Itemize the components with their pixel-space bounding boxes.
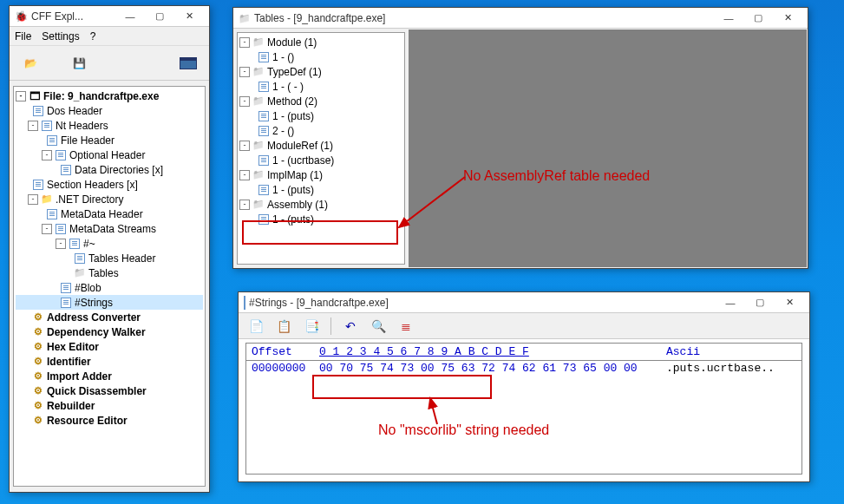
- tree-tables[interactable]: Tables: [16, 265, 203, 280]
- tree-ident[interactable]: Identifier: [16, 354, 203, 369]
- menu-settings[interactable]: Settings: [42, 30, 79, 43]
- undo-icon[interactable]: ↶: [342, 317, 359, 335]
- tree-module[interactable]: -Module (1): [239, 35, 402, 49]
- tree-fileh[interactable]: File Header: [16, 133, 203, 147]
- tree-strings[interactable]: #Strings: [16, 295, 203, 310]
- hex-row-bytes: 00 70 75 74 73 00 75 63 72 74 62 61 73 6…: [319, 362, 666, 375]
- cff-menubar: File Settings ?: [10, 27, 209, 46]
- open-icon[interactable]: 📂: [20, 53, 41, 74]
- tree-typedef[interactable]: -TypeDef (1): [239, 64, 402, 79]
- tree-moduleref[interactable]: -ModuleRef (1): [239, 138, 402, 153]
- tree-dep[interactable]: Dependency Walker: [16, 324, 203, 339]
- strings-titlebar[interactable]: #Strings - [9_handcraftpe.exe] — ▢ ✕: [239, 292, 809, 313]
- maximize-button[interactable]: ▢: [745, 294, 775, 311]
- redbox-tables: [242, 220, 398, 245]
- svg-line-1: [430, 398, 437, 424]
- close-button[interactable]: ✕: [775, 294, 804, 311]
- hex-cols: 0 1 2 3 4 5 6 7 8 9 A B C D E F: [319, 345, 666, 358]
- tree-method2[interactable]: 2 - (): [239, 123, 402, 138]
- hex-ascii-label: Ascii: [666, 345, 788, 358]
- maximize-button[interactable]: ▢: [743, 10, 773, 27]
- cff-toolbar: 📂 💾: [10, 46, 209, 81]
- window-icon[interactable]: [178, 53, 199, 74]
- tree-quick[interactable]: Quick Disassembler: [16, 383, 203, 398]
- tree-assembly[interactable]: -Assembly (1): [239, 197, 402, 212]
- redbox-strings: [312, 375, 492, 399]
- annotation-no-mscorlib: No "mscorlib" string needed: [378, 422, 549, 438]
- tree-method[interactable]: -Method (2): [239, 94, 402, 108]
- paste-icon[interactable]: 📋: [275, 317, 292, 335]
- annotation-no-assemblyref: No AssemblyRef table needed: [463, 168, 650, 184]
- hex-row-offset: 00000000: [252, 362, 319, 375]
- strings-toolbar: 📄 📋 📑 ↶ 🔍 ≣: [239, 313, 809, 339]
- tree-hex[interactable]: Hex Editor: [16, 339, 203, 354]
- tree-module1[interactable]: 1 - (): [239, 49, 402, 64]
- cff-window: 🐞 CFF Expl... — ▢ ✕ File Settings ? 📂 💾 …: [9, 5, 210, 493]
- tree-blob[interactable]: #Blob: [16, 280, 203, 295]
- tree-metah[interactable]: MetaData Header: [16, 206, 203, 221]
- cff-title: CFF Expl...: [31, 10, 83, 23]
- copy-icon[interactable]: 📄: [247, 317, 265, 335]
- tree-opt[interactable]: -Optional Header: [16, 147, 203, 162]
- tree-sect[interactable]: Section Headers [x]: [16, 177, 203, 192]
- tree-nt[interactable]: -Nt Headers: [16, 118, 203, 133]
- tables-titlebar[interactable]: Tables - [9_handcraftpe.exe] — ▢ ✕: [233, 8, 808, 29]
- save-icon[interactable]: 💾: [69, 53, 89, 74]
- tree-implmap1[interactable]: 1 - (puts): [239, 182, 402, 197]
- strings-title: #Strings - [9_handcraftpe.exe]: [249, 297, 389, 309]
- tree-reb[interactable]: Rebuilder: [16, 398, 203, 413]
- tree-metas[interactable]: -MetaData Streams: [16, 221, 203, 236]
- tree-dos[interactable]: Dos Header: [16, 103, 203, 118]
- hex-row-ascii: .puts.ucrtbase..: [666, 362, 788, 375]
- close-button[interactable]: ✕: [773, 10, 802, 27]
- svg-line-0: [399, 177, 465, 227]
- cff-titlebar[interactable]: 🐞 CFF Expl... — ▢ ✕: [10, 6, 209, 27]
- menu-help[interactable]: ?: [90, 30, 96, 43]
- tree-typedef1[interactable]: 1 - ( - ): [239, 79, 402, 94]
- hex-view[interactable]: Offset 0 1 2 3 4 5 6 7 8 9 A B C D E F A…: [245, 343, 802, 475]
- search-icon[interactable]: 🔍: [370, 317, 387, 335]
- tree-netdir[interactable]: -.NET Directory: [16, 192, 203, 206]
- tree-addr[interactable]: Address Converter: [16, 310, 203, 324]
- minimize-button[interactable]: —: [115, 8, 145, 25]
- tree-implmap[interactable]: -ImplMap (1): [239, 167, 402, 182]
- tree-htilde[interactable]: -#~: [16, 236, 203, 251]
- menu-file[interactable]: File: [15, 30, 31, 43]
- maximize-button[interactable]: ▢: [145, 8, 174, 25]
- tree-tablesh[interactable]: Tables Header: [16, 251, 203, 265]
- list-icon[interactable]: ≣: [397, 317, 415, 335]
- tree-res[interactable]: Resource Editor: [16, 413, 203, 428]
- minimize-button[interactable]: —: [714, 10, 743, 27]
- tree-file-root[interactable]: -🗔File: 9_handcraftpe.exe: [16, 88, 203, 103]
- minimize-button[interactable]: —: [716, 294, 745, 311]
- tree-method1[interactable]: 1 - (puts): [239, 108, 402, 123]
- arrow-strings: [422, 395, 456, 429]
- tables-title: Tables - [9_handcraftpe.exe]: [254, 12, 385, 24]
- hex-offset-label: Offset: [252, 345, 319, 358]
- close-button[interactable]: ✕: [174, 8, 204, 25]
- tree-moduleref1[interactable]: 1 - (ucrtbase): [239, 153, 402, 167]
- tree-imp[interactable]: Import Adder: [16, 369, 203, 383]
- arrow-tables: [396, 175, 474, 236]
- tree-datadir[interactable]: Data Directories [x]: [16, 162, 203, 177]
- clipboard-icon[interactable]: 📑: [303, 317, 320, 335]
- cff-tree[interactable]: -🗔File: 9_handcraftpe.exe Dos Header -Nt…: [13, 86, 206, 487]
